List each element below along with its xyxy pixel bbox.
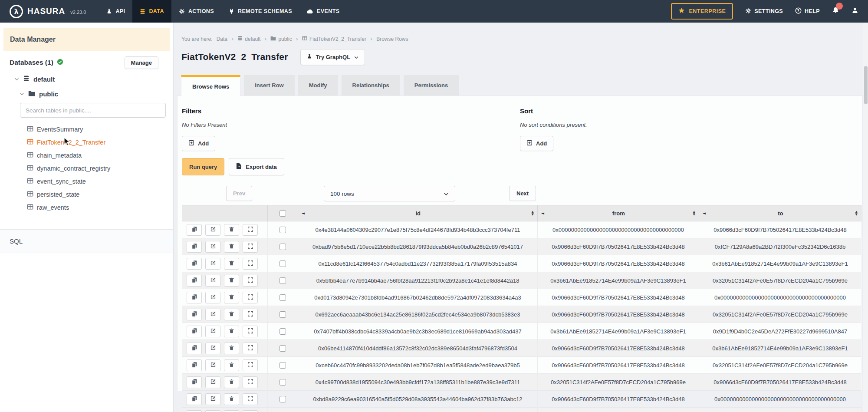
add-sort-button[interactable]: Add — [520, 136, 553, 151]
row-checkbox[interactable] — [279, 277, 286, 284]
notifications-button[interactable] — [832, 7, 839, 16]
sidebar-sql-section[interactable]: SQL — [0, 229, 173, 253]
delete-row-button[interactable] — [224, 224, 239, 236]
sidebar-schema-public[interactable]: public — [20, 89, 173, 99]
sidebar-table-eventssummary[interactable]: EventsSummary — [0, 123, 173, 136]
row-checkbox[interactable] — [279, 244, 286, 250]
row-checkbox[interactable] — [279, 294, 286, 301]
delete-row-button[interactable] — [224, 275, 239, 287]
row-checkbox[interactable] — [279, 311, 286, 318]
nav-item-events[interactable]: EVENTS — [299, 0, 347, 23]
nav-item-api[interactable]: API — [99, 0, 132, 23]
delete-row-button[interactable] — [224, 359, 239, 371]
edit-row-button[interactable] — [205, 410, 220, 412]
row-checkbox[interactable] — [279, 379, 286, 386]
delete-row-button[interactable] — [224, 376, 239, 388]
edit-row-button[interactable] — [205, 393, 220, 405]
collapse-column-icon[interactable]: ◄ — [541, 211, 544, 215]
expand-row-button[interactable] — [243, 376, 258, 388]
collapse-column-icon[interactable]: ◄ — [703, 211, 706, 215]
row-checkbox[interactable] — [279, 328, 286, 335]
edit-row-button[interactable] — [205, 241, 220, 253]
run-query-button[interactable]: Run query — [182, 158, 224, 175]
copy-row-button[interactable] — [187, 376, 202, 388]
edit-row-button[interactable] — [205, 326, 220, 337]
edit-row-button[interactable] — [205, 224, 220, 236]
edit-row-button[interactable] — [205, 343, 220, 354]
chevron-down-icon[interactable] — [20, 92, 24, 96]
enterprise-button[interactable]: ENTERPRISE — [671, 3, 733, 20]
delete-row-button[interactable] — [224, 326, 239, 337]
row-checkbox[interactable] — [279, 345, 286, 352]
export-data-button[interactable]: Export data — [229, 158, 284, 175]
expand-row-button[interactable] — [243, 292, 258, 303]
sidebar-table-event-sync-state[interactable]: event_sync_state — [0, 175, 173, 188]
copy-row-button[interactable] — [187, 410, 202, 412]
prev-page-button[interactable]: Prev — [226, 186, 252, 201]
copy-row-button[interactable] — [187, 359, 202, 371]
row-checkbox[interactable] — [279, 362, 286, 369]
tab-browse-rows[interactable]: Browse Rows — [181, 75, 240, 96]
breadcrumb-data[interactable]: Data — [217, 36, 227, 42]
settings-button[interactable]: SETTINGS — [745, 8, 783, 15]
row-checkbox[interactable] — [279, 396, 286, 402]
copy-row-button[interactable] — [187, 393, 202, 405]
column-label[interactable]: from — [544, 210, 693, 217]
copy-row-button[interactable] — [187, 326, 202, 337]
nav-item-data[interactable]: DATA — [132, 0, 171, 23]
edit-row-button[interactable] — [205, 376, 220, 388]
chevron-down-icon[interactable] — [14, 78, 19, 81]
expand-row-button[interactable] — [243, 241, 258, 253]
edit-row-button[interactable] — [205, 309, 220, 320]
vertical-scrollbar[interactable] — [863, 23, 868, 412]
copy-row-button[interactable] — [187, 224, 202, 236]
tab-permissions[interactable]: Permissions — [404, 75, 459, 96]
expand-row-button[interactable] — [243, 326, 258, 337]
sort-column-icon[interactable]: ▲▼ — [693, 211, 695, 216]
delete-row-button[interactable] — [224, 393, 239, 405]
sidebar-table-chain-metadata[interactable]: chain_metadata — [0, 149, 173, 162]
expand-row-button[interactable] — [243, 410, 258, 412]
sort-column-icon[interactable]: ▲▼ — [532, 211, 534, 216]
next-page-button[interactable]: Next — [509, 186, 536, 201]
tab-relationships[interactable]: Relationships — [342, 75, 400, 96]
collapse-column-icon[interactable]: ◄ — [302, 211, 305, 215]
breadcrumb-default[interactable]: default — [237, 36, 260, 42]
expand-row-button[interactable] — [243, 275, 258, 287]
expand-row-button[interactable] — [243, 359, 258, 371]
delete-row-button[interactable] — [224, 241, 239, 253]
delete-row-button[interactable] — [224, 292, 239, 303]
help-button[interactable]: ? HELP — [795, 7, 820, 15]
sidebar-table-fiattokenv2-2-transfer[interactable]: FiatTokenV2_2_Transfer — [0, 136, 173, 149]
scrollbar-thumb[interactable] — [864, 66, 868, 104]
search-tables-input[interactable] — [20, 103, 166, 118]
nav-item-remote-schemas[interactable]: REMOTE SCHEMAS — [221, 0, 299, 23]
edit-row-button[interactable] — [205, 292, 220, 303]
edit-row-button[interactable] — [205, 275, 220, 287]
copy-row-button[interactable] — [187, 275, 202, 287]
expand-row-button[interactable] — [243, 224, 258, 236]
copy-row-button[interactable] — [187, 258, 202, 270]
breadcrumb-public[interactable]: public — [270, 36, 292, 42]
manage-button[interactable]: Manage — [125, 56, 158, 69]
rows-per-page-select[interactable]: 100 rows — [324, 186, 455, 201]
copy-row-button[interactable] — [187, 241, 202, 253]
expand-row-button[interactable] — [243, 258, 258, 270]
nav-item-actions[interactable]: ACTIONS — [171, 0, 221, 23]
delete-row-button[interactable] — [224, 258, 239, 270]
select-all-checkbox[interactable] — [279, 210, 286, 217]
row-checkbox[interactable] — [279, 227, 286, 233]
expand-row-button[interactable] — [243, 309, 258, 320]
sidebar-table-persisted-state[interactable]: persisted_state — [0, 188, 173, 201]
hasura-brand[interactable]: λ HASURA v2.23.0 — [10, 5, 86, 18]
delete-row-button[interactable] — [224, 343, 239, 354]
edit-row-button[interactable] — [205, 258, 220, 270]
try-graphql-button[interactable]: Try GraphQL — [300, 49, 365, 65]
copy-row-button[interactable] — [187, 309, 202, 320]
sidebar-database-default[interactable]: default — [14, 74, 173, 84]
delete-row-button[interactable] — [224, 309, 239, 320]
add-filter-button[interactable]: Add — [182, 136, 215, 151]
column-label[interactable]: to — [706, 210, 855, 217]
sort-column-icon[interactable]: ▲▼ — [855, 211, 858, 216]
expand-row-button[interactable] — [243, 343, 258, 354]
